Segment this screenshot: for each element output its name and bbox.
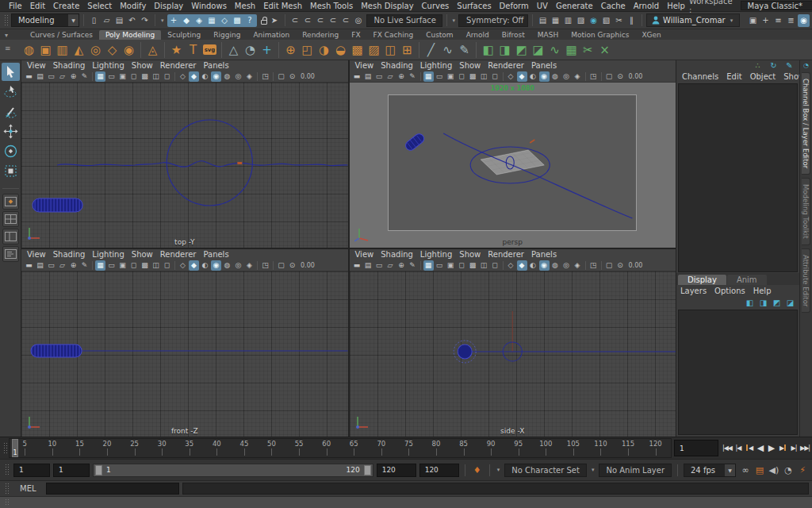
anti-alias-icon[interactable]: ◈	[244, 260, 255, 271]
safe-title-icon[interactable]: ◻	[162, 260, 172, 271]
super-shape-icon[interactable]: ★	[168, 41, 185, 59]
wireframe-icon[interactable]: ◇	[178, 71, 188, 82]
resolution-gate-icon[interactable]: ▣	[117, 71, 128, 82]
make-live-icon[interactable]: ◎	[353, 14, 365, 27]
menu-item[interactable]: Curves	[418, 2, 454, 10]
ep-curve-icon[interactable]: ╱	[423, 41, 439, 59]
shaded-icon[interactable]: ◆	[517, 260, 527, 271]
live-surface-field[interactable]: No Live Surface	[366, 14, 442, 27]
character-controls-icon[interactable]: +	[760, 14, 772, 27]
camera-attributes-icon[interactable]: ▤	[35, 71, 45, 82]
cut-render-icon[interactable]: ✂	[613, 14, 625, 27]
xray-icon[interactable]: ▢	[276, 260, 286, 271]
bookmarks-icon[interactable]: ▭	[374, 260, 385, 271]
shelf-tab[interactable]: FX	[345, 30, 366, 40]
safe-action-icon[interactable]: ◫	[479, 260, 489, 271]
gate-mask-icon[interactable]: ◻	[457, 260, 467, 271]
channel-list[interactable]	[678, 83, 798, 272]
chevron-down-icon[interactable]: ▾	[451, 17, 458, 24]
menu-item[interactable]: Display	[150, 2, 187, 10]
channel-sliders-icon[interactable]: ≡	[772, 14, 784, 27]
panel-menu-item[interactable]: View	[355, 61, 374, 70]
create-empty-layer-icon[interactable]: ◩	[772, 296, 782, 309]
panel-menu-item[interactable]: Shading	[53, 250, 86, 259]
command-language-button[interactable]: MEL	[13, 484, 43, 493]
locator-icon[interactable]: +	[259, 41, 275, 59]
playback-start-field[interactable]: 1	[53, 464, 90, 477]
camera-attributes-icon[interactable]: ▤	[363, 260, 373, 271]
shelf-tab[interactable]: Arnold	[460, 30, 496, 40]
step-back-frame-button[interactable]: |◀	[733, 444, 744, 452]
range-end-handle[interactable]	[364, 465, 371, 475]
shadows-icon[interactable]: ◍	[550, 260, 561, 271]
modeling-toolkit-panel-icon[interactable]: ▣	[747, 14, 759, 27]
field-chart-icon[interactable]: ▩	[468, 260, 478, 271]
four-pane-layout-button[interactable]	[2, 211, 19, 227]
play-backwards-button[interactable]: ◀	[755, 443, 766, 453]
textured-icon[interactable]: ◐	[528, 260, 538, 271]
planar-icon[interactable]: ◨	[496, 41, 513, 59]
chevron-down-icon[interactable]: ▾	[590, 467, 596, 473]
poly-plane-icon[interactable]: ◇	[104, 41, 121, 59]
lasso-tool-button[interactable]	[2, 83, 20, 101]
two-pane-layout-button[interactable]	[2, 229, 19, 244]
anim-layer-field[interactable]: No Anim Layer	[599, 464, 672, 477]
mask-component-icon[interactable]: ◈	[193, 14, 205, 27]
paint-select-tool-button[interactable]	[2, 102, 20, 121]
select-tool-button[interactable]	[2, 63, 20, 81]
save-scene-icon[interactable]: ▤	[113, 14, 125, 27]
panel-menu-item[interactable]: Renderer	[160, 250, 197, 259]
isolate-select-icon[interactable]: ◳	[588, 260, 599, 271]
animation-end-field[interactable]: 120	[419, 464, 459, 477]
mask-object-icon[interactable]: ◆	[181, 14, 193, 27]
mask-curve-icon[interactable]: ◇	[219, 14, 231, 27]
channel-box-menu-item[interactable]: Edit	[726, 72, 741, 81]
highlight-selection-icon[interactable]: ➤	[269, 14, 281, 27]
shelf-tab[interactable]: Motion Graphics	[565, 30, 635, 40]
play-forwards-button[interactable]: ▶	[766, 443, 777, 453]
shelf-tab[interactable]: Rendering	[296, 30, 345, 40]
resolution-gate-icon[interactable]: ▣	[117, 260, 128, 271]
channel-box-menu-item[interactable]: Channels	[682, 72, 718, 81]
panel-menu-item[interactable]: Show	[459, 61, 481, 70]
shelf-tab[interactable]: Custom	[419, 30, 459, 40]
menu-item[interactable]: Cache	[597, 2, 630, 10]
film-gate-icon[interactable]: ▭	[435, 260, 445, 271]
panel-menu-item[interactable]: Lighting	[420, 61, 452, 70]
menu-item[interactable]: Windows	[187, 2, 231, 10]
render-view-icon[interactable]: ▤	[537, 14, 549, 27]
platonic-solid-icon[interactable]: ◬	[144, 41, 161, 59]
anti-alias-icon[interactable]: ◈	[573, 71, 583, 82]
exposure-value[interactable]: 0.00	[301, 73, 315, 80]
safe-action-icon[interactable]: ◫	[151, 71, 161, 82]
menu-item[interactable]: Generate	[552, 2, 597, 10]
viewport-camera-icon[interactable]: ▬	[24, 71, 34, 82]
camera-attributes-icon[interactable]: ▤	[363, 71, 373, 82]
use-all-lights-icon[interactable]: ◉	[539, 71, 550, 82]
character-set-field[interactable]: No Character Set	[504, 464, 587, 477]
help-highlight-icon[interactable]: ?	[244, 14, 256, 27]
pause-icon[interactable]: ∥	[626, 14, 638, 27]
poly-cone-icon[interactable]: ◭	[71, 41, 87, 59]
shelf-tab[interactable]: MASH	[531, 30, 565, 40]
2d-pan-zoom-icon[interactable]: ⊕	[396, 260, 407, 271]
exposure-icon[interactable]: ⊙	[287, 71, 297, 82]
selection-lock-icon[interactable]	[261, 20, 267, 25]
panel-menu-item[interactable]: Panels	[531, 61, 557, 70]
exposure-value[interactable]: 0.00	[629, 262, 643, 269]
shelf-tab[interactable]: Animation	[247, 30, 296, 40]
mirror-icon[interactable]: ◫	[382, 41, 399, 59]
render-region-icon[interactable]: ▨	[575, 14, 587, 27]
exposure-icon[interactable]: ⊙	[615, 71, 626, 82]
create-layer-from-selected-icon[interactable]: ◪	[785, 296, 795, 309]
poly-cylinder-icon[interactable]: ▥	[54, 41, 71, 59]
field-chart-icon[interactable]: ▩	[140, 71, 150, 82]
bookmarks-icon[interactable]: ▭	[46, 71, 56, 82]
render-frame-icon[interactable]: ▦	[550, 14, 561, 27]
grease-pencil-icon[interactable]: ✎	[79, 71, 90, 82]
time-options-icon[interactable]: ◔	[782, 465, 795, 475]
shadows-icon[interactable]: ◍	[550, 71, 561, 82]
range-slider-track[interactable]: 1 120	[93, 464, 373, 477]
step-forward-key-button[interactable]: ▶	[777, 444, 788, 452]
menu-item[interactable]: Deform	[496, 2, 533, 10]
